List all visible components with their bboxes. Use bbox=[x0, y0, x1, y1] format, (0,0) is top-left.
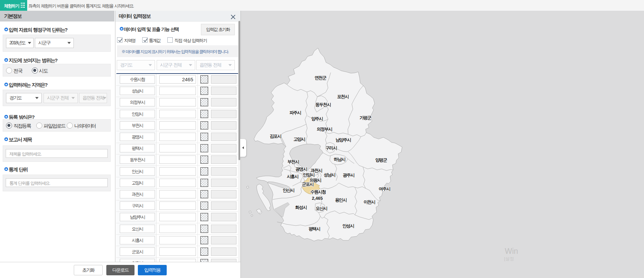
svg-text:안산시: 안산시 bbox=[283, 188, 294, 193]
svg-text:광명시: 광명시 bbox=[296, 167, 307, 172]
svg-text:김포시: 김포시 bbox=[270, 134, 281, 139]
svg-text:고양시: 고양시 bbox=[293, 137, 305, 142]
svg-text:남양주시: 남양주시 bbox=[335, 137, 351, 142]
svg-text:광주시: 광주시 bbox=[343, 173, 355, 178]
svg-text:이천시: 이천시 bbox=[364, 199, 375, 204]
svg-text:평택시: 평택시 bbox=[309, 226, 320, 231]
svg-text:부천시: 부천시 bbox=[287, 159, 299, 164]
svg-text:양주시: 양주시 bbox=[311, 116, 323, 121]
svg-text:2,465: 2,465 bbox=[312, 196, 323, 201]
svg-text:성남시: 성남시 bbox=[324, 172, 335, 177]
svg-text:연천군: 연천군 bbox=[315, 75, 327, 80]
svg-text:구리시: 구리시 bbox=[325, 145, 337, 150]
svg-text:오산시: 오산시 bbox=[316, 206, 327, 211]
svg-text:수원시청: 수원시청 bbox=[310, 189, 326, 194]
svg-text:포천시: 포천시 bbox=[337, 94, 349, 99]
svg-text:여주시: 여주시 bbox=[379, 186, 390, 191]
svg-text:용인시: 용인시 bbox=[335, 197, 347, 202]
svg-text:안양시: 안양시 bbox=[303, 172, 315, 177]
svg-text:하남시: 하남시 bbox=[334, 157, 345, 162]
svg-text:군포시: 군포시 bbox=[302, 182, 314, 187]
svg-text:양평군: 양평군 bbox=[375, 157, 387, 163]
svg-text:화성시: 화성시 bbox=[295, 205, 307, 210]
svg-text:동두천시: 동두천시 bbox=[315, 102, 331, 107]
svg-text:가평군: 가평군 bbox=[360, 115, 372, 120]
svg-text:의정부시: 의정부시 bbox=[317, 127, 332, 132]
svg-text:시흥시: 시흥시 bbox=[287, 174, 299, 179]
svg-text:안성시: 안성시 bbox=[342, 223, 354, 228]
svg-text:파주시: 파주시 bbox=[289, 110, 301, 115]
